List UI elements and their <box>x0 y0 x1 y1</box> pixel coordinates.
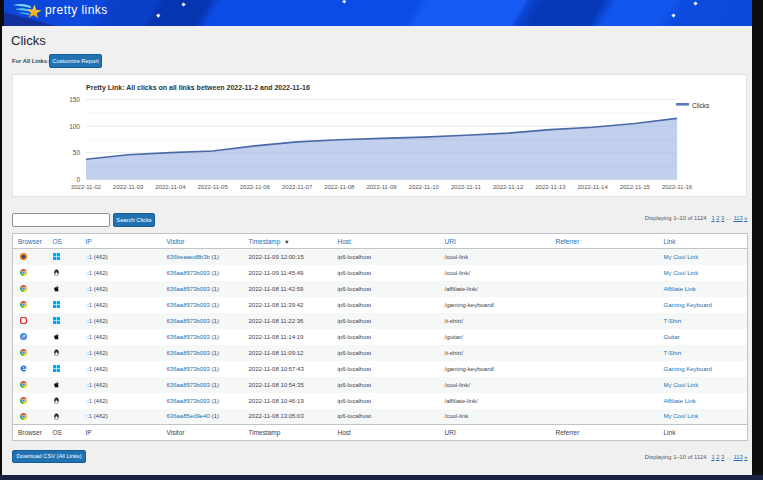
svg-text:2022-11-02: 2022-11-02 <box>71 184 102 190</box>
svg-text:Pretty Link: All clicks on all: Pretty Link: All clicks on all links bet… <box>86 84 310 92</box>
svg-text:0: 0 <box>76 176 80 183</box>
svg-text:150: 150 <box>69 96 80 103</box>
svg-text:2022-11-03: 2022-11-03 <box>113 184 144 190</box>
svg-text:2022-11-11: 2022-11-11 <box>451 184 481 190</box>
svg-text:2022-11-07: 2022-11-07 <box>282 184 313 190</box>
svg-text:2022-11-10: 2022-11-10 <box>409 184 440 190</box>
svg-text:50: 50 <box>73 149 81 156</box>
svg-text:Clicks: Clicks <box>692 102 710 109</box>
svg-text:2022-11-08: 2022-11-08 <box>324 184 355 190</box>
svg-text:100: 100 <box>69 123 80 130</box>
svg-text:2022-11-12: 2022-11-12 <box>493 184 524 190</box>
svg-text:2022-11-04: 2022-11-04 <box>155 184 186 190</box>
svg-text:2022-11-06: 2022-11-06 <box>240 184 271 190</box>
svg-text:2022-11-13: 2022-11-13 <box>535 184 566 190</box>
svg-text:2022-11-09: 2022-11-09 <box>366 184 397 190</box>
svg-text:2022-11-05: 2022-11-05 <box>197 184 228 190</box>
svg-text:2022-11-15: 2022-11-15 <box>620 184 651 190</box>
svg-text:2022-11-16: 2022-11-16 <box>662 184 693 190</box>
svg-text:2022-11-14: 2022-11-14 <box>577 184 608 190</box>
